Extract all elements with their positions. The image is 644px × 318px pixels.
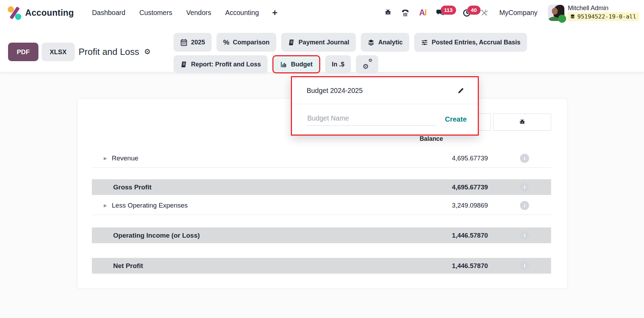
report-options-button[interactable]: ⚙⚙ <box>356 55 378 73</box>
percent-icon: % <box>223 38 229 46</box>
page-title: Profit and Loss <box>79 46 139 57</box>
table-row-revenue[interactable]: Revenue 4,695.67739 <box>92 150 551 166</box>
debug-bug-icon[interactable] <box>381 5 395 21</box>
budget-name-input[interactable] <box>307 113 437 126</box>
user-menu[interactable]: Mitchell Admin 95194522-19-0-all <box>548 5 639 21</box>
info-icon[interactable] <box>520 183 529 192</box>
info-icon[interactable] <box>520 154 529 163</box>
ai-assistant-icon[interactable]: AI <box>416 5 430 21</box>
new-budget-row: Create <box>292 104 478 134</box>
bug-icon <box>518 118 526 126</box>
messages-count-badge: 113 <box>441 6 456 15</box>
systray: AI 113 40 MyCompany <box>381 5 639 21</box>
row-divider <box>92 215 551 215</box>
accounting-app-icon[interactable] <box>8 6 22 20</box>
calendar-icon <box>180 39 188 46</box>
voip-phone-icon[interactable] <box>398 5 413 21</box>
main-menu: Dashboard Customers Vendors Accounting + <box>92 7 278 18</box>
bug-icon <box>383 8 392 17</box>
balance-value: 4,695.67739 <box>452 183 488 191</box>
online-status-dot <box>558 15 566 23</box>
balance-column-label: Balance <box>400 135 463 143</box>
existing-budget-row: Budget 2024-2025 <box>292 77 478 104</box>
balance-value: 1,446.57870 <box>452 262 488 270</box>
filter-comparison[interactable]: % Comparison <box>217 33 276 52</box>
filters-row-1: 2025 % Comparison Payment Journal Analyt… <box>174 33 527 52</box>
logo-teal-dot <box>15 14 21 20</box>
info-icon[interactable] <box>520 261 529 270</box>
create-budget-button[interactable]: Create <box>445 115 467 123</box>
expand-caret-icon[interactable] <box>104 203 107 208</box>
report-content: Balance Revenue 4,695.67739 Gross Profit… <box>0 72 644 318</box>
menu-accounting[interactable]: Accounting <box>225 9 259 17</box>
layers-icon <box>367 39 375 46</box>
menu-customers[interactable]: Customers <box>139 9 172 17</box>
book-icon <box>180 61 188 68</box>
company-switcher[interactable]: MyCompany <box>499 9 537 17</box>
export-xlsx-button[interactable]: XLSX <box>42 43 75 61</box>
sliders-icon <box>421 39 428 46</box>
info-icon[interactable] <box>520 201 529 210</box>
edit-budget-button[interactable] <box>457 87 464 94</box>
report-control-panel: PDF XLSX Profit and Loss ⚙ 2025 % Compar… <box>0 26 644 72</box>
balance-value: 3,249.09869 <box>452 202 488 209</box>
database-chip: 95194522-19-0-all <box>568 12 639 21</box>
filter-payment-journal[interactable]: Payment Journal <box>281 33 356 52</box>
filter-currency[interactable]: In .$ <box>325 55 351 73</box>
export-buttons: PDF XLSX <box>8 43 75 61</box>
filters-row-2: Report: Profit and Loss Budget In .$ ⚙⚙ <box>174 55 378 73</box>
ai-icon: AI <box>419 8 426 17</box>
budget-column-header-cell[interactable] <box>493 114 551 131</box>
report-settings-gear-icon[interactable]: ⚙ <box>144 48 151 56</box>
phone-icon <box>401 8 410 17</box>
expand-caret-icon[interactable] <box>104 156 107 160</box>
filter-report-variant[interactable]: Report: Profit and Loss <box>174 55 268 73</box>
pencil-icon <box>457 87 464 94</box>
database-name: 95194522-19-0-all <box>577 13 636 20</box>
table-row-net-profit: Net Profit 1,446.57870 <box>92 258 551 274</box>
activities-button[interactable]: 40 <box>460 5 474 21</box>
table-row-gross-profit: Gross Profit 4,695.67739 <box>92 179 551 195</box>
filter-budget[interactable]: Budget <box>272 55 320 73</box>
info-icon[interactable] <box>520 231 529 240</box>
filter-analytic[interactable]: Analytic <box>361 33 409 52</box>
tools-icon <box>480 8 489 17</box>
balance-value: 1,446.57870 <box>452 232 488 239</box>
table-row-less-operating-expenses[interactable]: Less Operating Expenses 3,249.09869 <box>92 198 551 213</box>
app-name[interactable]: Accounting <box>25 8 74 18</box>
journal-icon <box>288 39 295 46</box>
row-divider <box>92 167 551 168</box>
database-icon <box>570 14 575 19</box>
bar-chart-icon <box>280 61 287 68</box>
table-row-operating-income: Operating Income (or Loss) 1,446.57870 <box>92 227 551 243</box>
menu-dashboard[interactable]: Dashboard <box>92 9 125 17</box>
activities-count-badge: 40 <box>467 6 481 15</box>
new-menu-plus-button[interactable]: + <box>272 7 277 18</box>
top-navbar: Accounting Dashboard Customers Vendors A… <box>0 0 644 26</box>
existing-budget-name: Budget 2024-2025 <box>307 87 363 95</box>
messages-button[interactable]: 113 <box>433 5 448 21</box>
filter-posted-entries[interactable]: Posted Entries, Accrual Basis <box>414 33 527 52</box>
menu-vendors[interactable]: Vendors <box>186 9 211 17</box>
user-name: Mitchell Admin <box>568 5 639 12</box>
gears-icon: ⚙⚙ <box>363 60 372 68</box>
budget-dropdown: Budget 2024-2025 Create <box>291 76 479 136</box>
filter-date-2025[interactable]: 2025 <box>174 33 212 52</box>
balance-value: 4,695.67739 <box>452 154 488 162</box>
export-pdf-button[interactable]: PDF <box>8 43 38 61</box>
